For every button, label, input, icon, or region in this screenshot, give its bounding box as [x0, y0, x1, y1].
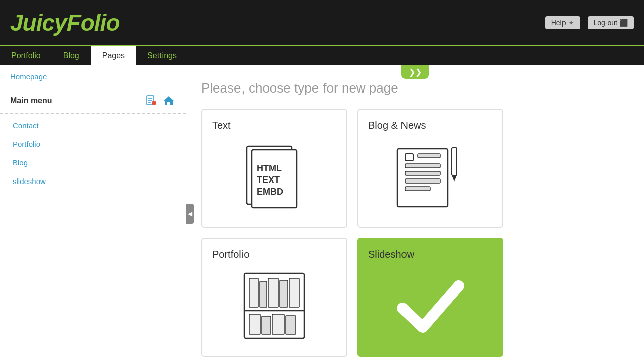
- top-actions: Help ✦ Log-out ⬛: [545, 16, 634, 29]
- svg-rect-24: [268, 278, 278, 307]
- content-area: Homepage Main menu +: [0, 65, 644, 362]
- svg-marker-13: [452, 175, 457, 182]
- home-icon: [163, 95, 175, 107]
- svg-rect-15: [405, 171, 440, 175]
- page-type-grid: Text HTML TEXT EMBD Blog & News: [201, 109, 503, 357]
- top-chevron: ❯❯: [401, 65, 429, 79]
- home-icon-button[interactable]: [162, 94, 176, 108]
- page-type-blog[interactable]: Blog & News: [357, 109, 503, 228]
- logout-button[interactable]: Log-out ⬛: [588, 16, 634, 29]
- main-nav: Portfolio Blog Pages Settings: [0, 45, 644, 65]
- svg-rect-18: [405, 154, 413, 161]
- svg-rect-19: [418, 154, 440, 158]
- sidebar-item-contact[interactable]: Contact: [0, 116, 186, 135]
- svg-rect-25: [280, 280, 288, 307]
- slideshow-card-image: [390, 265, 470, 346]
- nav-blog[interactable]: Blog: [52, 46, 91, 65]
- sidebar-item-portfolio[interactable]: Portfolio: [0, 135, 186, 153]
- svg-rect-30: [286, 316, 296, 334]
- sidebar: Homepage Main menu +: [0, 65, 186, 362]
- collapse-sidebar-button[interactable]: ◀: [186, 204, 194, 224]
- svg-text:HTML: HTML: [257, 163, 282, 173]
- page-type-text[interactable]: Text HTML TEXT EMBD: [201, 109, 347, 228]
- svg-rect-28: [262, 316, 271, 334]
- page-icon: +: [145, 95, 157, 107]
- help-button[interactable]: Help ✦: [545, 16, 580, 29]
- page-type-text-label: Text: [212, 120, 231, 131]
- slideshow-checkmark-icon: [392, 268, 468, 343]
- chevron-down-icon: ❯❯: [409, 68, 422, 76]
- logo: JuicyFolio: [10, 9, 119, 36]
- svg-text:+: +: [153, 101, 155, 105]
- svg-rect-27: [249, 314, 260, 334]
- blog-card-image: [390, 136, 470, 217]
- help-icon: ✦: [568, 19, 574, 27]
- page-type-blog-label: Blog & News: [368, 120, 426, 131]
- blog-sketch-icon: [392, 139, 468, 214]
- svg-rect-12: [452, 148, 457, 175]
- portfolio-sketch-icon: [236, 268, 312, 343]
- portfolio-card-image: [234, 265, 314, 346]
- page-type-portfolio[interactable]: Portfolio: [201, 238, 347, 357]
- sidebar-main-menu-label: Main menu: [10, 96, 52, 105]
- page-type-slideshow[interactable]: Slideshow: [357, 238, 503, 357]
- sidebar-item-blog[interactable]: Blog: [0, 153, 186, 172]
- sidebar-items: Contact Portfolio Blog slideshow: [0, 114, 186, 193]
- svg-rect-26: [289, 278, 299, 307]
- svg-text:TEXT: TEXT: [257, 175, 280, 185]
- text-sketch-icon: HTML TEXT EMBD: [236, 139, 312, 214]
- page-type-slideshow-label: Slideshow: [368, 249, 414, 260]
- svg-text:EMBD: EMBD: [257, 187, 283, 197]
- nav-settings[interactable]: Settings: [136, 46, 188, 65]
- nav-pages[interactable]: Pages: [91, 46, 136, 65]
- svg-rect-23: [260, 281, 267, 307]
- svg-rect-22: [249, 278, 258, 307]
- sidebar-main-menu: Main menu +: [0, 88, 186, 114]
- logout-label: Log-out: [594, 19, 617, 27]
- sidebar-icon-group: +: [144, 94, 176, 108]
- logout-icon: ⬛: [619, 19, 628, 27]
- text-card-image: HTML TEXT EMBD: [234, 136, 314, 217]
- svg-rect-29: [272, 314, 284, 334]
- add-page-icon-button[interactable]: +: [144, 94, 158, 108]
- nav-portfolio[interactable]: Portfolio: [0, 46, 52, 65]
- svg-rect-17: [405, 187, 430, 191]
- top-bar: JuicyFolio Help ✦ Log-out ⬛: [0, 0, 644, 45]
- svg-rect-14: [405, 164, 440, 168]
- main-content: ❯❯ Please, choose type for new page Text…: [186, 65, 644, 362]
- svg-rect-16: [405, 179, 440, 183]
- help-label: Help: [551, 19, 566, 27]
- sidebar-item-slideshow[interactable]: slideshow: [0, 172, 186, 191]
- sidebar-homepage[interactable]: Homepage: [0, 65, 186, 88]
- page-type-portfolio-label: Portfolio: [212, 249, 249, 260]
- page-title: Please, choose type for new page: [201, 80, 629, 96]
